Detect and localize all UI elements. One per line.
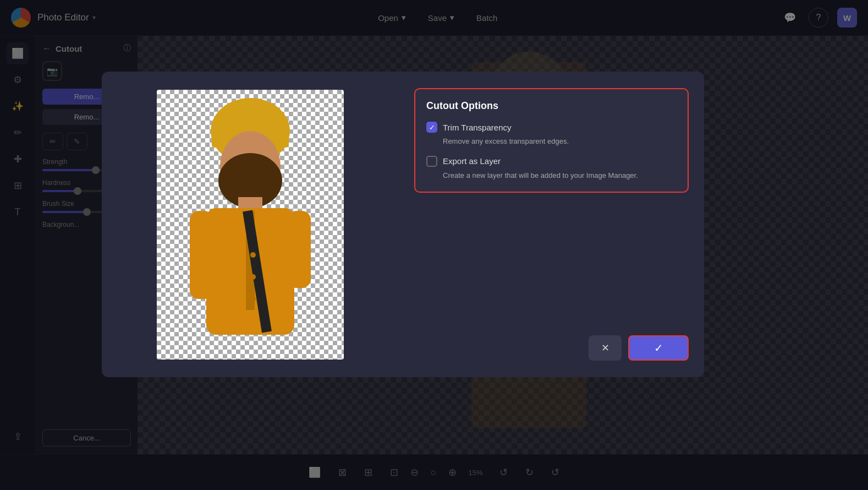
modal-confirm-button[interactable]: ✓ xyxy=(628,335,689,361)
svg-rect-12 xyxy=(288,211,311,288)
modal-options-side: Cutout Options ✓ Trim Transparency Remov… xyxy=(399,72,704,377)
modal-cancel-button[interactable]: ✕ xyxy=(589,335,622,361)
cutout-options-box: Cutout Options ✓ Trim Transparency Remov… xyxy=(414,88,689,193)
trim-transparency-option: ✓ Trim Transparency Remove any excess tr… xyxy=(426,122,677,147)
svg-point-13 xyxy=(250,252,256,258)
export-as-layer-checkbox[interactable] xyxy=(426,156,437,167)
export-as-layer-header: Export as Layer xyxy=(426,156,677,167)
trim-transparency-header: ✓ Trim Transparency xyxy=(426,122,677,133)
modal-image-container xyxy=(157,90,344,360)
svg-rect-11 xyxy=(190,211,213,299)
export-as-layer-description: Create a new layer that will be added to… xyxy=(426,170,677,181)
cutout-options-modal: Cutout Options ✓ Trim Transparency Remov… xyxy=(102,72,704,377)
export-as-layer-option: Export as Layer Create a new layer that … xyxy=(426,156,677,181)
person-preview-svg xyxy=(157,90,344,360)
svg-point-15 xyxy=(250,296,256,302)
modal-image-side xyxy=(102,72,399,377)
checkmark-icon: ✓ xyxy=(429,124,435,131)
export-as-layer-label: Export as Layer xyxy=(443,156,501,166)
modal-footer: ✕ ✓ xyxy=(414,335,689,361)
cutout-options-title: Cutout Options xyxy=(426,100,677,112)
trim-transparency-label: Trim Transparency xyxy=(443,123,511,132)
trim-transparency-checkbox[interactable]: ✓ xyxy=(426,122,437,133)
svg-point-14 xyxy=(250,274,256,280)
trim-transparency-description: Remove any excess transparent edges. xyxy=(426,136,677,147)
